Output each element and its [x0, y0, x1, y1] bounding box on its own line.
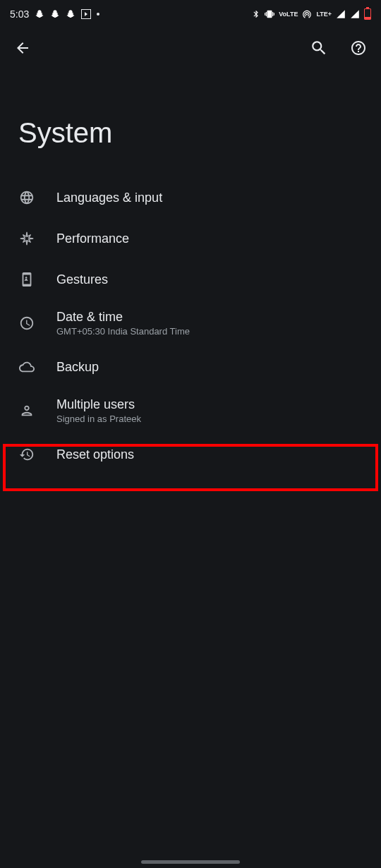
menu-list: Languages & input Performance Gestures D… [0, 177, 381, 475]
snapchat-icon [35, 9, 44, 19]
navigation-bar-handle[interactable] [141, 860, 240, 864]
media-icon [81, 9, 91, 19]
menu-item-performance[interactable]: Performance [0, 218, 381, 259]
menu-item-multiple-users[interactable]: Multiple users Signed in as Prateek [0, 387, 381, 434]
menu-item-date-time[interactable]: Date & time GMT+05:30 India Standard Tim… [0, 300, 381, 346]
cloud-icon [18, 358, 35, 375]
battery-low-icon [364, 8, 371, 20]
menu-label: Reset options [56, 447, 134, 462]
menu-label: Languages & input [56, 191, 162, 205]
menu-item-languages[interactable]: Languages & input [0, 177, 381, 218]
menu-label: Backup [56, 360, 99, 375]
app-bar-left [13, 38, 32, 58]
status-bar-left: 5:03 [10, 8, 99, 20]
menu-sublabel: GMT+05:30 India Standard Time [56, 326, 190, 337]
help-icon [350, 40, 367, 56]
menu-sublabel: Signed in as Prateek [56, 414, 141, 424]
notification-dot [97, 13, 99, 16]
page-title: System [0, 68, 381, 177]
search-icon [310, 39, 328, 57]
bluetooth-icon [252, 10, 260, 18]
clock-icon [18, 315, 35, 332]
menu-label: Performance [56, 231, 129, 246]
volte-indicator: VoLTE [279, 11, 298, 18]
search-button[interactable] [309, 38, 329, 58]
lte-indicator: LTE+ [316, 11, 332, 18]
back-button[interactable] [13, 38, 32, 58]
menu-label: Gestures [56, 272, 108, 287]
app-bar [0, 28, 381, 68]
status-time: 5:03 [10, 8, 29, 20]
status-bar-right: VoLTE LTE+ [252, 8, 371, 20]
gestures-icon [18, 271, 35, 288]
signal-icon-2 [350, 9, 360, 19]
person-icon [18, 402, 35, 419]
snapchat-icon [50, 9, 60, 19]
globe-icon [18, 189, 35, 206]
arrow-back-icon [14, 40, 31, 56]
help-button[interactable] [349, 38, 368, 58]
hotspot-icon [302, 9, 312, 19]
signal-icon [336, 9, 346, 19]
menu-label: Multiple users [56, 397, 141, 412]
menu-item-backup[interactable]: Backup [0, 346, 381, 387]
status-bar: 5:03 VoLTE LTE+ [0, 0, 381, 28]
restore-icon [18, 446, 35, 463]
menu-item-gestures[interactable]: Gestures [0, 259, 381, 300]
vibrate-icon [265, 9, 274, 19]
menu-item-reset-options[interactable]: Reset options [0, 434, 381, 475]
snapchat-icon [66, 9, 75, 19]
performance-icon [18, 230, 35, 247]
app-bar-right [309, 38, 368, 58]
menu-label: Date & time [56, 310, 190, 325]
